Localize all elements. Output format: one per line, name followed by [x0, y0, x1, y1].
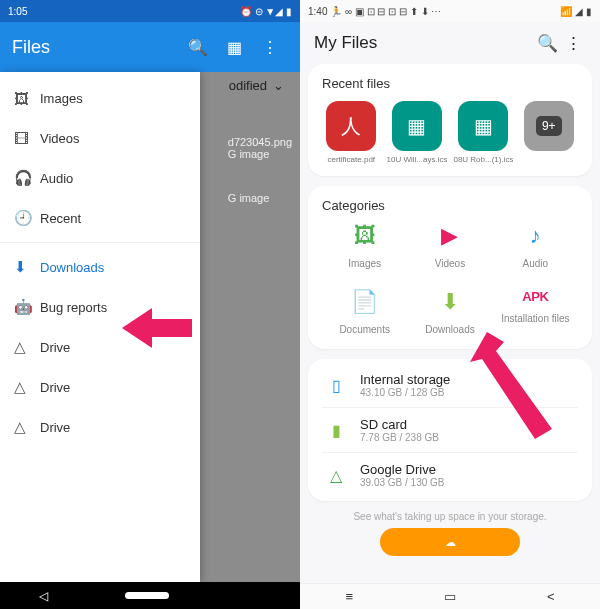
category-documents[interactable]: 📄Documents [322, 289, 407, 337]
recents-button[interactable]: ≡ [345, 589, 353, 604]
grid-view-icon[interactable]: ▦ [216, 38, 252, 57]
recent-label: 10U Will...ays.ics [387, 155, 448, 164]
file-name: d723045.png [228, 136, 292, 148]
phone-icon: ▯ [322, 371, 350, 399]
recent-label: certificate.pdf [322, 155, 381, 164]
drawer-label: Drive [40, 420, 70, 435]
storage-internal[interactable]: ▯Internal storage43.10 GB / 128 GB [322, 363, 578, 408]
overflow-menu-icon[interactable]: ⋮ [252, 38, 288, 57]
category-audio[interactable]: ♪Audio [493, 223, 578, 271]
storage-hint: See what's taking up space in your stora… [308, 511, 592, 522]
chevron-down-icon: ⌄ [273, 78, 284, 93]
pdf-icon: 人 [326, 101, 376, 151]
note-icon: ♪ [493, 223, 578, 249]
drawer-label: Videos [40, 131, 80, 146]
drawer-label: Audio [40, 171, 73, 186]
status-right: 📶 ◢ ▮ [560, 6, 592, 17]
drawer-item-downloads[interactable]: ⬇Downloads [0, 247, 200, 287]
home-button[interactable]: ▭ [444, 589, 456, 604]
storage-name: Google Drive [360, 462, 445, 477]
download-icon: ⬇ [14, 258, 40, 276]
file-item[interactable]: d723045.png G image G image [228, 136, 292, 204]
status-bar: 1:40 🏃 ∞ ▣ ⊡ ⊟ ⊡ ⊟ ⬆ ⬇ ⋯ 📶 ◢ ▮ [300, 0, 600, 22]
storage-name: SD card [360, 417, 439, 432]
app-bar: My Files 🔍 ⋮ [300, 22, 600, 64]
status-bar: 1:05 ⏰ ⊝ ▼◢ ▮ [0, 0, 300, 22]
download-icon: ⬇ [407, 289, 492, 315]
drawer-item-videos[interactable]: 🎞Videos [0, 118, 200, 158]
categories-title: Categories [322, 198, 578, 213]
search-icon[interactable]: 🔍 [180, 38, 216, 57]
drawer-label: Drive [40, 340, 70, 355]
drive-icon: △ [14, 418, 40, 436]
category-label: Images [348, 258, 381, 269]
android-icon: 🤖 [14, 298, 40, 316]
video-icon: 🎞 [14, 130, 40, 147]
category-downloads[interactable]: ⬇Downloads [407, 289, 492, 337]
more-icon: 9+ [524, 101, 574, 151]
clock-icon: 🕘 [14, 209, 40, 227]
category-videos[interactable]: ▶Videos [407, 223, 492, 271]
calendar-icon: ▦ [392, 101, 442, 151]
recent-file[interactable]: ▦08U Rob...(1).ics [453, 101, 513, 164]
storage-drive[interactable]: △Google Drive39.03 GB / 130 GB [322, 453, 578, 497]
document-icon: 📄 [322, 289, 407, 315]
play-icon: ▶ [407, 223, 492, 249]
drawer-item-drive[interactable]: △Drive [0, 327, 200, 367]
category-label: Installation files [501, 313, 569, 324]
drive-icon: △ [14, 338, 40, 356]
file-type: G image [228, 192, 292, 204]
drawer-item-drive[interactable]: △Drive [0, 367, 200, 407]
storage-sub: 39.03 GB / 130 GB [360, 477, 445, 488]
drawer-label: Drive [40, 380, 70, 395]
drive-icon: △ [322, 461, 350, 489]
category-apk[interactable]: APKInstallation files [493, 289, 578, 337]
recent-label: 08U Rob...(1).ics [453, 155, 513, 164]
recent-files-card: Recent files 人certificate.pdf ▦10U Will.… [308, 64, 592, 176]
category-label: Downloads [425, 324, 474, 335]
app-title: Files [12, 37, 50, 58]
storage-sdcard[interactable]: ▮SD card7.78 GB / 238 GB [322, 408, 578, 453]
android-nav-bar: ≡ ▭ < [300, 583, 600, 609]
recent-file[interactable]: 人certificate.pdf [322, 101, 381, 164]
file-type: G image [228, 148, 292, 160]
drawer-item-images[interactable]: 🖼Images [0, 78, 200, 118]
status-time: 1:05 [8, 6, 27, 17]
storage-card: ▯Internal storage43.10 GB / 128 GB ▮SD c… [308, 359, 592, 501]
apk-icon: APK [493, 289, 578, 304]
category-images[interactable]: 🖼Images [322, 223, 407, 271]
storage-sub: 43.10 GB / 128 GB [360, 387, 450, 398]
status-icons: ⏰ ⊝ ▼◢ ▮ [240, 6, 292, 17]
overflow-menu-icon[interactable]: ⋮ [560, 33, 586, 54]
home-pill[interactable] [125, 592, 169, 599]
back-button[interactable]: < [547, 589, 555, 604]
storage-name: Internal storage [360, 372, 450, 387]
drawer-label: Bug reports [40, 300, 107, 315]
drawer-label: Images [40, 91, 83, 106]
drive-icon: △ [14, 378, 40, 396]
recent-file-more[interactable]: 9+ [519, 101, 578, 164]
app-title: My Files [314, 33, 377, 53]
category-label: Audio [523, 258, 549, 269]
android-nav-bar: ◁ [0, 582, 300, 609]
drawer-item-recent[interactable]: 🕘Recent [0, 198, 200, 238]
back-button[interactable]: ◁ [39, 589, 48, 603]
storage-sub: 7.78 GB / 238 GB [360, 432, 439, 443]
recent-files-title: Recent files [322, 76, 578, 91]
sort-label: odified [229, 78, 267, 93]
category-label: Documents [339, 324, 390, 335]
analyze-storage-button[interactable]: ☁ [380, 528, 520, 556]
drawer-item-drive[interactable]: △Drive [0, 407, 200, 447]
calendar-icon: ▦ [458, 101, 508, 151]
categories-card: Categories 🖼Images ▶Videos ♪Audio 📄Docum… [308, 186, 592, 349]
status-left: 1:40 🏃 ∞ ▣ ⊡ ⊟ ⊡ ⊟ ⬆ ⬇ ⋯ [308, 6, 441, 17]
drawer-label: Downloads [40, 260, 104, 275]
audio-icon: 🎧 [14, 169, 40, 187]
drawer-item-bugreports[interactable]: 🤖Bug reports [0, 287, 200, 327]
sdcard-icon: ▮ [322, 416, 350, 444]
app-bar: Files 🔍 ▦ ⋮ [0, 22, 300, 72]
image-icon: 🖼 [322, 223, 407, 249]
recent-file[interactable]: ▦10U Will...ays.ics [387, 101, 448, 164]
search-icon[interactable]: 🔍 [534, 33, 560, 54]
drawer-item-audio[interactable]: 🎧Audio [0, 158, 200, 198]
